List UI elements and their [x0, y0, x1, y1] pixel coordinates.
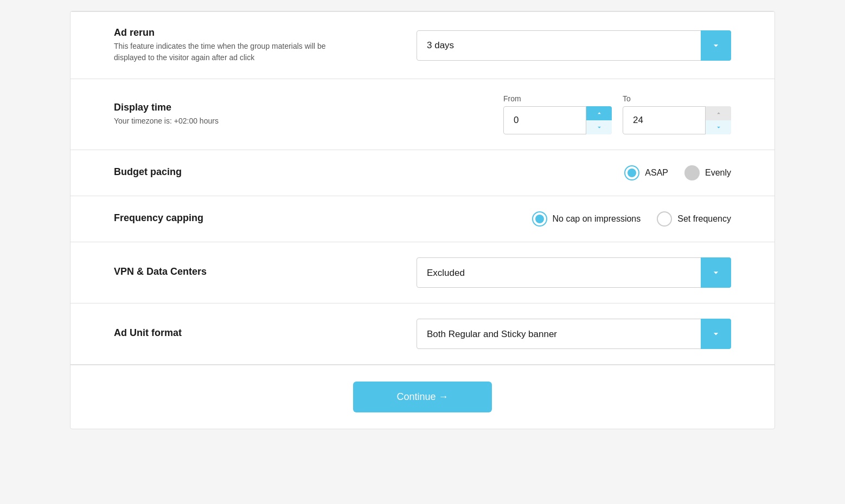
frequency-capping-left: Frequency capping — [114, 212, 396, 226]
display-time-description: Your timezone is: +02:00 hours — [114, 115, 342, 127]
from-label: From — [503, 94, 521, 103]
no-cap-option[interactable]: No cap on impressions — [532, 211, 641, 227]
budget-pacing-evenly-option[interactable]: Evenly — [684, 165, 731, 180]
ad-unit-format-dropdown-wrapper: Both Regular and Sticky banner Regular b… — [417, 319, 731, 349]
to-arrow-up[interactable] — [706, 106, 731, 120]
no-cap-radio — [532, 211, 547, 227]
chevron-up-icon — [715, 109, 722, 117]
set-frequency-radio — [657, 211, 672, 227]
continue-button[interactable]: Continue → — [353, 382, 491, 412]
to-arrows — [705, 106, 731, 134]
vpn-dropdown-wrapper: Excluded Included — [417, 257, 731, 288]
ad-rerun-dropdown-button[interactable] — [701, 30, 731, 61]
ad-rerun-dropdown-wrapper: 1 day 3 days 7 days 14 days 30 days — [417, 30, 731, 61]
frequency-capping-right: No cap on impressions Set frequency — [396, 211, 731, 227]
continue-button-label: Continue → — [396, 391, 448, 403]
budget-pacing-evenly-radio — [684, 165, 700, 180]
budget-pacing-asap-label: ASAP — [645, 168, 668, 178]
budget-pacing-left: Budget pacing — [114, 166, 396, 180]
ad-unit-format-right: Both Regular and Sticky banner Regular b… — [396, 319, 731, 349]
display-time-section: Display time Your timezone is: +02:00 ho… — [71, 79, 774, 150]
vpn-section: VPN & Data Centers Excluded Included — [71, 242, 774, 303]
vpn-right: Excluded Included — [396, 257, 731, 288]
vpn-left: VPN & Data Centers — [114, 266, 396, 280]
ad-unit-format-label: Ad Unit format — [114, 327, 396, 339]
from-arrows — [586, 106, 612, 134]
no-cap-label: No cap on impressions — [553, 214, 641, 224]
vpn-dropdown-button[interactable] — [701, 257, 731, 288]
from-input-wrapper — [503, 106, 612, 134]
no-cap-inner — [535, 215, 544, 223]
vpn-label: VPN & Data Centers — [114, 266, 396, 277]
ad-rerun-dropdown[interactable]: 1 day 3 days 7 days 14 days 30 days — [417, 30, 731, 61]
chevron-down-icon — [715, 124, 722, 131]
from-arrow-up[interactable] — [586, 106, 612, 120]
settings-card: Ad rerun This feature indicates the time… — [70, 11, 775, 429]
ad-rerun-description: This feature indicates the time when the… — [114, 41, 342, 63]
budget-pacing-right: ASAP Evenly — [396, 165, 731, 180]
frequency-capping-label: Frequency capping — [114, 212, 396, 224]
to-label: To — [623, 94, 631, 103]
display-time-right: From — [396, 94, 731, 134]
ad-rerun-section: Ad rerun This feature indicates the time… — [71, 11, 774, 79]
budget-pacing-radio-group: ASAP Evenly — [624, 165, 731, 180]
to-input-wrapper — [623, 106, 731, 134]
from-time-group: From — [503, 94, 612, 134]
frequency-capping-section: Frequency capping No cap on impressions … — [71, 196, 774, 242]
continue-section: Continue → — [71, 365, 774, 429]
chevron-down-icon — [710, 267, 721, 278]
budget-pacing-evenly-label: Evenly — [705, 168, 731, 178]
chevron-down-icon — [710, 328, 721, 339]
page-container: Ad rerun This feature indicates the time… — [0, 0, 845, 504]
ad-unit-format-dropdown[interactable]: Both Regular and Sticky banner Regular b… — [417, 319, 731, 349]
set-frequency-label: Set frequency — [677, 214, 731, 224]
ad-unit-format-left: Ad Unit format — [114, 327, 396, 341]
to-time-group: To — [623, 94, 731, 134]
budget-pacing-label: Budget pacing — [114, 166, 396, 178]
budget-pacing-asap-option[interactable]: ASAP — [624, 165, 668, 180]
from-arrow-down[interactable] — [586, 120, 612, 134]
ad-unit-format-dropdown-button[interactable] — [701, 319, 731, 349]
display-time-left: Display time Your timezone is: +02:00 ho… — [114, 102, 396, 127]
budget-pacing-asap-inner — [628, 169, 636, 177]
ad-rerun-right: 1 day 3 days 7 days 14 days 30 days — [396, 30, 731, 61]
chevron-down-icon — [710, 40, 721, 51]
ad-rerun-left: Ad rerun This feature indicates the time… — [114, 27, 396, 63]
ad-rerun-label: Ad rerun — [114, 27, 396, 38]
budget-pacing-asap-radio — [624, 165, 639, 180]
chevron-down-icon — [596, 124, 603, 131]
chevron-up-icon — [596, 109, 603, 117]
budget-pacing-section: Budget pacing ASAP Evenly — [71, 150, 774, 196]
frequency-capping-radio-group: No cap on impressions Set frequency — [532, 211, 731, 227]
to-arrow-down[interactable] — [706, 120, 731, 134]
ad-unit-format-section: Ad Unit format Both Regular and Sticky b… — [71, 303, 774, 365]
set-frequency-option[interactable]: Set frequency — [657, 211, 731, 227]
display-time-label: Display time — [114, 102, 396, 113]
vpn-dropdown[interactable]: Excluded Included — [417, 257, 731, 288]
